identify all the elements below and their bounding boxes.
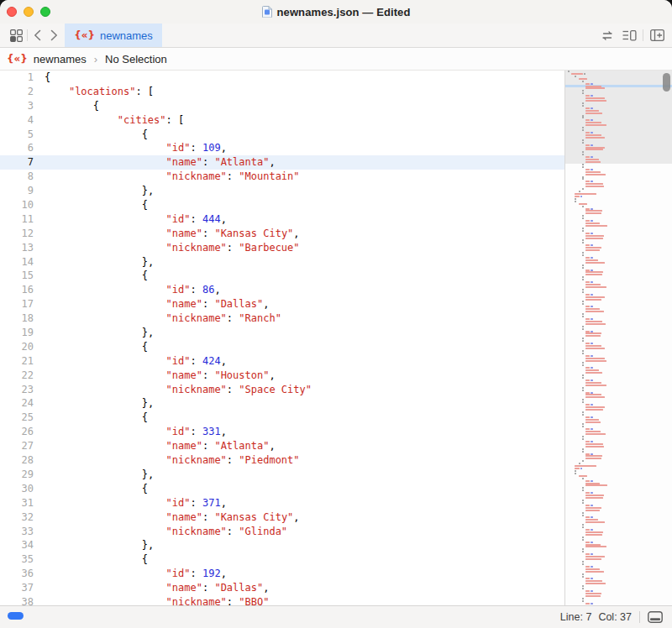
statusbar-divider <box>639 611 640 623</box>
code-line[interactable]: 23"nickname": "Space City" <box>0 383 564 397</box>
add-editor-button[interactable] <box>648 24 665 47</box>
editor-options-icon <box>622 30 637 41</box>
col-indicator: Col: 37 <box>598 611 632 623</box>
jump-bar: {«} newnames › No Selection <box>0 48 672 71</box>
code-line[interactable]: 6"id": 109, <box>0 141 564 155</box>
code-line[interactable]: 7"name": "Atlanta", <box>0 155 564 170</box>
line-number: 26 <box>0 425 34 439</box>
code-line[interactable]: 3{ <box>0 99 564 113</box>
line-number: 25 <box>0 411 34 425</box>
editor-options-button[interactable] <box>621 24 638 47</box>
code-line[interactable]: 12"name": "Kansas City", <box>0 227 564 241</box>
vertical-scrollbar-thumb[interactable] <box>663 73 670 92</box>
line-number: 24 <box>0 396 34 411</box>
minimap-bars <box>565 71 672 605</box>
code-line[interactable]: 18"nickname": "Ranch" <box>0 311 564 326</box>
code-line[interactable]: 2"locations": [ <box>0 85 564 99</box>
forward-button[interactable] <box>47 24 60 47</box>
code-line[interactable]: 30{ <box>0 482 564 496</box>
line-number: 34 <box>0 538 34 552</box>
line-number: 32 <box>0 510 34 525</box>
document-proxy-icon[interactable] <box>262 6 272 18</box>
line-number: 20 <box>0 340 34 354</box>
xcode-window: newnames.json — Edited <box>0 0 672 628</box>
chevron-left-icon <box>34 29 41 41</box>
line-number: 9 <box>0 184 34 198</box>
code-line[interactable]: 13"nickname": "Barbecue" <box>0 241 564 255</box>
add-editor-icon <box>650 29 664 41</box>
line-number: 21 <box>0 354 34 369</box>
code-line[interactable]: 17"name": "Dallas", <box>0 297 564 311</box>
line-number: 29 <box>0 468 34 482</box>
tab-newnames[interactable]: {«} newnames <box>65 24 162 47</box>
code-line[interactable]: 15{ <box>0 269 564 283</box>
line-number: 35 <box>0 552 34 567</box>
chevron-right-icon <box>50 29 58 41</box>
line-col-indicator: Line: 7 Col: 37 <box>560 611 632 623</box>
code-line[interactable]: 29}, <box>0 468 564 482</box>
line-indicator: Line: 7 <box>560 611 592 623</box>
code-line[interactable]: 24}, <box>0 396 564 411</box>
line-number: 16 <box>0 283 34 297</box>
line-number: 7 <box>0 155 34 170</box>
line-number: 10 <box>0 198 34 212</box>
breadcrumb-selection[interactable]: No Selection <box>105 53 167 65</box>
code-line[interactable]: 20{ <box>0 340 564 354</box>
code-line[interactable]: 5{ <box>0 128 564 142</box>
code-line[interactable]: 28"nickname": "Piedmont" <box>0 453 564 468</box>
horizontal-scrollbar-thumb[interactable] <box>8 612 24 620</box>
code-line[interactable]: 31"id": 371, <box>0 496 564 510</box>
line-number: 14 <box>0 255 34 270</box>
code-line[interactable]: 33"nickname": "Glinda" <box>0 525 564 539</box>
tab-label: newnames <box>100 29 153 42</box>
code-line[interactable]: 34}, <box>0 538 564 552</box>
line-number: 13 <box>0 241 34 255</box>
code-line[interactable]: 36"id": 192, <box>0 567 564 581</box>
breadcrumb-separator: › <box>92 53 99 65</box>
line-number: 36 <box>0 567 34 581</box>
line-number: 31 <box>0 496 34 510</box>
line-number: 28 <box>0 453 34 468</box>
code-line[interactable]: 10{ <box>0 198 564 212</box>
line-number: 2 <box>0 85 34 99</box>
code-line[interactable]: 25{ <box>0 411 564 425</box>
code-line[interactable]: 8"nickname": "Mountain" <box>0 170 564 184</box>
line-number: 22 <box>0 369 34 383</box>
code-line[interactable]: 27"name": "Atlanta", <box>0 439 564 453</box>
code-line[interactable]: 16"id": 86, <box>0 283 564 297</box>
line-number: 18 <box>0 311 34 326</box>
line-number: 12 <box>0 227 34 241</box>
code-line[interactable]: 4"cities": [ <box>0 113 564 128</box>
code-line[interactable]: 32"name": "Kansas City", <box>0 510 564 525</box>
code-line[interactable]: 37"name": "Dallas", <box>0 581 564 595</box>
line-number: 5 <box>0 128 34 142</box>
code-review-button[interactable] <box>600 24 615 47</box>
minimap[interactable] <box>564 71 672 605</box>
line-number: 19 <box>0 326 34 340</box>
line-number: 38 <box>0 595 34 605</box>
line-number: 37 <box>0 581 34 595</box>
code-line[interactable]: 21"id": 424, <box>0 354 564 369</box>
code-line[interactable]: 14}, <box>0 255 564 270</box>
code-line[interactable]: 22"name": "Houston", <box>0 369 564 383</box>
code-line[interactable]: 19}, <box>0 326 564 340</box>
code-editor[interactable]: 1{2"locations": [3{4"cities": [5{6"id": … <box>0 71 564 605</box>
line-number: 27 <box>0 439 34 453</box>
tab-bar: {«} newnames <box>0 24 672 48</box>
code-line[interactable]: 1{ <box>0 71 564 85</box>
code-line[interactable]: 38"nickname": "BBQ" <box>0 595 564 605</box>
line-number: 11 <box>0 212 34 227</box>
status-bar: Line: 7 Col: 37 <box>0 605 672 628</box>
code-line[interactable]: 26"id": 331, <box>0 425 564 439</box>
code-line[interactable]: 9}, <box>0 184 564 198</box>
breadcrumb-file[interactable]: newnames <box>34 53 87 65</box>
bottom-bar-toggle-button[interactable] <box>648 611 663 623</box>
toolbar-divider <box>643 29 643 41</box>
code-line[interactable]: 11"id": 444, <box>0 212 564 227</box>
line-number: 4 <box>0 113 34 128</box>
back-button[interactable] <box>30 24 44 47</box>
line-number: 3 <box>0 99 34 113</box>
editor-overview-button[interactable] <box>8 24 24 47</box>
code-line[interactable]: 35{ <box>0 552 564 567</box>
json-file-icon: {«} <box>74 29 95 41</box>
